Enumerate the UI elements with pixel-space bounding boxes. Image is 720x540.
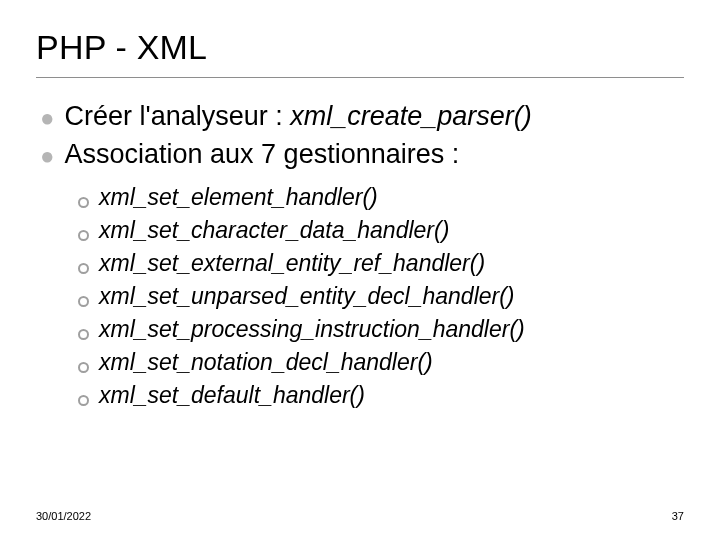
sub-bullet-item: xml_set_default_handler() (78, 380, 684, 411)
sub-bullet-item: xml_set_element_handler() (78, 182, 684, 213)
slide-title: PHP - XML (36, 28, 684, 67)
ring-bullet-icon (78, 395, 89, 406)
bullet-text: Créer l'analyseur : xml_create_parser() (65, 100, 532, 134)
ring-bullet-icon (78, 362, 89, 373)
title-container: PHP - XML (36, 28, 684, 78)
sub-bullet-text: xml_set_character_data_handler() (99, 215, 449, 246)
slide: PHP - XML ● Créer l'analyseur : xml_crea… (0, 0, 720, 540)
sub-bullet-item: xml_set_external_entity_ref_handler() (78, 248, 684, 279)
bullet-prefix: Association aux 7 gestionnaires : (65, 139, 460, 169)
sub-bullet-text: xml_set_notation_decl_handler() (99, 347, 433, 378)
ring-bullet-icon (78, 329, 89, 340)
disc-bullet-icon: ● (40, 103, 55, 133)
bullet-text: Association aux 7 gestionnaires : (65, 138, 460, 172)
ring-bullet-icon (78, 197, 89, 208)
sub-bullet-text: xml_set_unparsed_entity_decl_handler() (99, 281, 515, 312)
slide-body: ● Créer l'analyseur : xml_create_parser(… (36, 100, 684, 411)
ring-bullet-icon (78, 230, 89, 241)
sub-bullet-item: xml_set_processing_instruction_handler() (78, 314, 684, 345)
sub-bullet-text: xml_set_processing_instruction_handler() (99, 314, 525, 345)
bullet-prefix: Créer l'analyseur : (65, 101, 291, 131)
footer-page-number: 37 (672, 510, 684, 522)
sub-bullet-text: xml_set_external_entity_ref_handler() (99, 248, 485, 279)
sub-bullet-item: xml_set_notation_decl_handler() (78, 347, 684, 378)
ring-bullet-icon (78, 263, 89, 274)
sub-bullet-text: xml_set_element_handler() (99, 182, 378, 213)
footer-date: 30/01/2022 (36, 510, 91, 522)
bullet-item: ● Association aux 7 gestionnaires : (40, 138, 684, 172)
bullet-item: ● Créer l'analyseur : xml_create_parser(… (40, 100, 684, 134)
sub-bullet-item: xml_set_unparsed_entity_decl_handler() (78, 281, 684, 312)
sub-bullet-item: xml_set_character_data_handler() (78, 215, 684, 246)
bullet-italic: xml_create_parser() (290, 101, 532, 131)
sub-bullet-list: xml_set_element_handler() xml_set_charac… (40, 182, 684, 411)
disc-bullet-icon: ● (40, 141, 55, 171)
sub-bullet-text: xml_set_default_handler() (99, 380, 365, 411)
ring-bullet-icon (78, 296, 89, 307)
